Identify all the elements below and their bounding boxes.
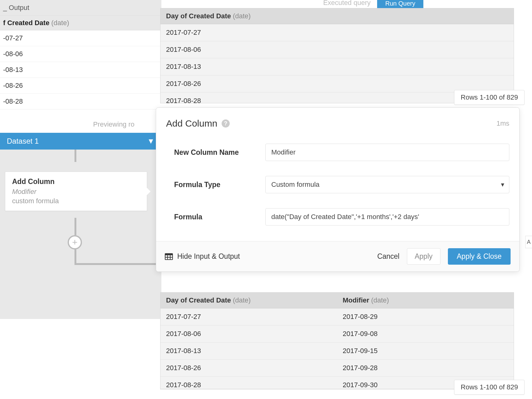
table-row: 2017-08-06 <box>160 41 514 58</box>
formula-input[interactable] <box>265 208 509 226</box>
dataset-bar[interactable]: Dataset 1 ▼ <box>0 133 161 150</box>
output-preview-table: Day of Created Date (date) Modifier (dat… <box>160 292 514 389</box>
table-cell: 2017-09-08 <box>337 325 514 343</box>
column-type: (date) <box>371 296 389 304</box>
new-column-name-label: New Column Name <box>166 148 265 157</box>
left-output-header: _ Output <box>0 0 161 16</box>
node-subtitle: Modifier <box>12 188 140 196</box>
node-title: Add Column <box>12 177 140 186</box>
table-cell: 2017-07-27 <box>160 308 337 325</box>
column-label: Day of Created Date <box>166 12 231 20</box>
column-header[interactable]: Day of Created Date (date) <box>160 293 337 308</box>
table-row: 2017-08-13 <box>160 58 514 75</box>
rows-count-badge: Rows 1-100 of 829 <box>454 380 525 395</box>
table-row: -08-13 <box>0 62 161 78</box>
left-column-header: f Created Date (date) <box>0 16 161 30</box>
table-cell: 2017-09-15 <box>337 343 514 360</box>
table-cell: 2017-08-13 <box>160 343 337 360</box>
table-row: -08-26 <box>0 78 161 94</box>
hide-input-output-toggle[interactable]: Hide Input & Output <box>165 252 240 261</box>
pipe-connector <box>74 218 76 235</box>
pipe-connector <box>74 150 76 162</box>
run-query-button[interactable]: Run Query <box>377 0 423 9</box>
add-column-node[interactable]: Add Column Modifier custom formula <box>5 172 147 211</box>
left-column-type: (date) <box>51 19 69 27</box>
plus-icon: + <box>72 237 78 248</box>
column-type: (date) <box>233 12 250 20</box>
cancel-button[interactable]: Cancel <box>377 252 399 261</box>
table-cell: 2017-09-28 <box>337 360 514 377</box>
table-cell: 2017-08-26 <box>160 360 337 377</box>
add-column-modal: Add Column ? 1ms New Column Name Formula… <box>156 107 520 272</box>
pipe-connector <box>74 249 76 265</box>
table-icon <box>165 253 173 260</box>
formula-type-select[interactable]: Custom formula <box>265 176 509 193</box>
query-timing: 1ms <box>496 119 509 128</box>
rows-count-badge: Rows 1-100 of 829 <box>454 90 525 105</box>
dataset-label: Dataset 1 <box>7 137 39 146</box>
pipe-connector <box>74 263 161 265</box>
table-row: 2017-07-27 <box>160 24 514 41</box>
table-row: -08-28 <box>0 94 161 110</box>
chevron-down-icon: ▼ <box>147 137 155 146</box>
column-type: (date) <box>233 296 250 304</box>
apply-close-button[interactable]: Apply & Close <box>448 248 511 265</box>
table-cell: 2017-08-29 <box>337 308 514 325</box>
left-output-title: _ Output <box>3 4 29 11</box>
table-row: -07-27 <box>0 30 161 46</box>
side-tab[interactable]: A <box>525 236 532 248</box>
column-label: Day of Created Date <box>166 296 231 304</box>
hide-io-label: Hide Input & Output <box>177 252 240 261</box>
table-row: -08-06 <box>0 46 161 62</box>
input-preview-table: Day of Created Date (date) 2017-07-27 20… <box>160 8 514 103</box>
column-header[interactable]: Day of Created Date (date) <box>160 8 514 24</box>
table-cell: 2017-08-06 <box>160 325 337 343</box>
modal-title-text: Add Column <box>166 118 217 129</box>
formula-type-label: Formula Type <box>166 181 265 189</box>
pipeline-panel: Dataset 1 ▼ Add Column Modifier custom f… <box>0 133 161 319</box>
column-label: Modifier <box>343 296 369 304</box>
help-icon[interactable]: ? <box>222 119 230 128</box>
apply-button[interactable]: Apply <box>407 248 440 265</box>
column-header[interactable]: Modifier (date) <box>337 293 514 308</box>
formula-label: Formula <box>166 213 265 221</box>
modal-title: Add Column ? <box>166 118 230 129</box>
previewing-label: Previewing ro <box>93 120 134 128</box>
new-column-name-input[interactable] <box>265 144 509 161</box>
left-output-table: _ Output f Created Date (date) -07-27 -0… <box>0 0 161 110</box>
left-column-label: f Created Date <box>3 19 49 27</box>
table-cell: 2017-08-28 <box>160 377 337 389</box>
node-formula-type: custom formula <box>12 197 140 205</box>
add-step-button[interactable]: + <box>68 235 82 249</box>
executed-query-label: Executed query <box>323 0 371 7</box>
